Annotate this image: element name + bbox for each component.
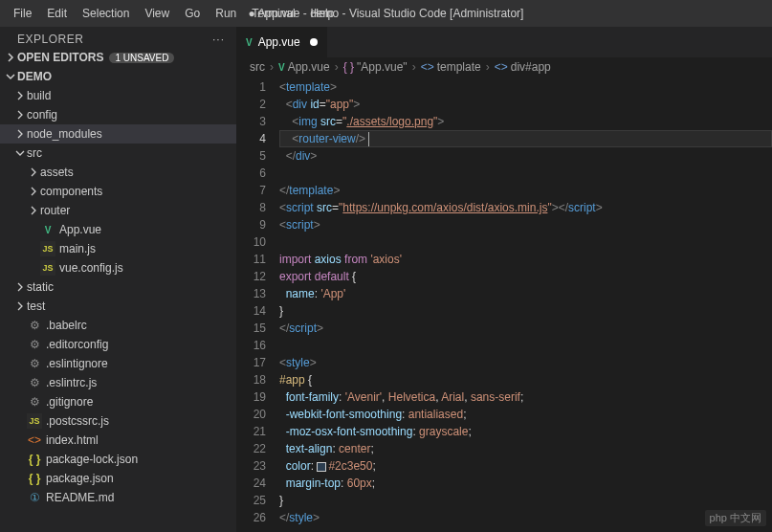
chevron-down-icon xyxy=(4,70,17,83)
code-line[interactable]: <router-view/> xyxy=(279,130,772,147)
tree-item--eslintrc-js[interactable]: ⚙.eslintrc.js xyxy=(0,373,236,392)
code-line[interactable]: <script> xyxy=(279,216,772,233)
breadcrumb-separator-icon: › xyxy=(484,60,492,74)
tree-item-readme-md[interactable]: ①README.md xyxy=(0,488,236,507)
tree-item--postcssrc-js[interactable]: JS.postcssrc.js xyxy=(0,411,236,431)
tree-item-package-json[interactable]: { }package.json xyxy=(0,469,236,488)
chevron-right-icon xyxy=(27,185,40,198)
tree-item-label: .postcssrc.js xyxy=(46,414,109,428)
tree-item-node-modules[interactable]: node_modules xyxy=(0,124,236,144)
tree-item-vue-config-js[interactable]: JSvue.config.js xyxy=(0,258,236,277)
code-line[interactable]: } xyxy=(279,302,772,320)
code-line[interactable]: </div> xyxy=(279,147,772,165)
tree-item-static[interactable]: static xyxy=(0,277,236,297)
tree-item-label: node_modules xyxy=(27,127,102,141)
tree-item-label: main.js xyxy=(59,242,96,255)
menu-file[interactable]: File xyxy=(6,3,39,24)
menu-edit[interactable]: Edit xyxy=(39,3,75,24)
code-line[interactable]: -moz-osx-font-smoothing: grayscale; xyxy=(279,423,772,440)
line-numbers: 1234567891011121314151617181920212223242… xyxy=(236,77,279,532)
code-line[interactable]: color: #2c3e50; xyxy=(279,457,772,475)
tree-item-label: README.md xyxy=(46,491,114,504)
tag-icon: <> xyxy=(495,60,508,74)
tree-item-test[interactable]: test xyxy=(0,297,236,316)
tree-item-index-html[interactable]: <>index.html xyxy=(0,431,236,450)
code-line[interactable]: </script> xyxy=(279,320,772,337)
code-line[interactable]: <img src="./assets/logo.png"> xyxy=(279,113,772,130)
line-number: 8 xyxy=(236,199,266,216)
watermark: php 中文网 xyxy=(705,510,766,526)
project-section[interactable]: DEMO xyxy=(0,67,236,86)
tree-item-components[interactable]: components xyxy=(0,182,236,201)
menu-go[interactable]: Go xyxy=(177,3,208,24)
gear-icon: ⚙ xyxy=(27,318,42,333)
chevron-right-icon xyxy=(13,127,27,141)
code-editor[interactable]: 1234567891011121314151617181920212223242… xyxy=(236,77,772,532)
breadcrumb-label: src xyxy=(250,60,265,74)
json-icon: { } xyxy=(27,452,42,467)
breadcrumb-item[interactable]: VApp.vue xyxy=(278,60,330,74)
code-line[interactable]: font-family: 'Avenir', Helvetica, Arial,… xyxy=(279,388,772,406)
code-line[interactable] xyxy=(279,233,772,251)
chevron-right-icon xyxy=(4,51,17,64)
line-number: 9 xyxy=(236,216,266,233)
code-content[interactable]: <template> <div id="app"> <img src="./as… xyxy=(279,77,772,532)
line-number: 24 xyxy=(236,475,266,492)
code-line[interactable]: } xyxy=(279,492,772,509)
breadcrumb-item[interactable]: { }"App.vue" xyxy=(343,60,408,74)
line-number: 26 xyxy=(236,509,266,526)
explorer-header: EXPLORER ··· xyxy=(0,27,236,48)
tree-item-label: .editorconfig xyxy=(46,338,108,351)
code-line[interactable]: </template> xyxy=(279,182,772,199)
tree-item-label: components xyxy=(40,185,102,198)
tree-item-src[interactable]: src xyxy=(0,144,236,163)
code-line[interactable]: </style> xyxy=(279,509,772,526)
code-line[interactable]: export default { xyxy=(279,268,772,285)
tree-item-config[interactable]: config xyxy=(0,105,236,124)
tree-item-label: .gitignore xyxy=(46,395,93,409)
tree-item-main-js[interactable]: JSmain.js xyxy=(0,239,236,258)
code-line[interactable] xyxy=(279,337,772,354)
tree-item--babelrc[interactable]: ⚙.babelrc xyxy=(0,316,236,335)
line-number: 4 xyxy=(236,130,266,147)
js-icon: JS xyxy=(40,260,55,276)
menu-selection[interactable]: Selection xyxy=(75,3,137,24)
tab-app-vue[interactable]: V App.vue xyxy=(236,27,328,57)
tree-item--eslintignore[interactable]: ⚙.eslintignore xyxy=(0,354,236,373)
menu-run[interactable]: Run xyxy=(208,3,244,24)
breadcrumb-item[interactable]: <>div#app xyxy=(495,60,551,74)
breadcrumb-item[interactable]: src xyxy=(250,60,265,74)
tree-item--editorconfig[interactable]: ⚙.editorconfig xyxy=(0,335,236,354)
line-number: 11 xyxy=(236,251,266,268)
chevron-down-icon xyxy=(13,146,27,160)
tree-item--gitignore[interactable]: ⚙.gitignore xyxy=(0,392,236,411)
code-line[interactable]: <div id="app"> xyxy=(279,96,772,113)
breadcrumbs[interactable]: src›VApp.vue›{ }"App.vue"›<>template›<>d… xyxy=(236,57,772,77)
line-number: 7 xyxy=(236,182,266,199)
code-line[interactable]: <script src="https://unpkg.com/axios/dis… xyxy=(279,199,772,216)
code-line[interactable]: <style> xyxy=(279,354,772,371)
code-line[interactable]: -webkit-font-smoothing: antialiased; xyxy=(279,406,772,423)
code-line[interactable]: name: 'App' xyxy=(279,285,772,302)
tree-item-app-vue[interactable]: VApp.vue xyxy=(0,220,236,239)
code-line[interactable]: margin-top: 60px; xyxy=(279,475,772,492)
code-line[interactable] xyxy=(279,165,772,182)
breadcrumb-item[interactable]: <>template xyxy=(421,60,481,74)
tree-item-build[interactable]: build xyxy=(0,86,236,105)
code-line[interactable]: text-align: center; xyxy=(279,440,772,457)
line-number: 12 xyxy=(236,268,266,285)
code-line[interactable]: import axios from 'axios' xyxy=(279,251,772,268)
line-number: 15 xyxy=(236,320,266,337)
tree-item-router[interactable]: router xyxy=(0,201,236,220)
more-icon[interactable]: ··· xyxy=(212,33,225,46)
vue-icon: V xyxy=(40,222,55,237)
open-editors-section[interactable]: OPEN EDITORS 1 UNSAVED xyxy=(0,48,236,67)
code-line[interactable]: <template> xyxy=(279,78,772,96)
file-tree: buildconfignode_modulessrcassetscomponen… xyxy=(0,86,236,507)
line-number: 16 xyxy=(236,337,266,354)
code-line[interactable]: #app { xyxy=(279,371,772,388)
tree-item-package-lock-json[interactable]: { }package-lock.json xyxy=(0,450,236,469)
menu-view[interactable]: View xyxy=(137,3,177,24)
editor-area: V App.vue src›VApp.vue›{ }"App.vue"›<>te… xyxy=(236,27,772,532)
tree-item-assets[interactable]: assets xyxy=(0,163,236,182)
